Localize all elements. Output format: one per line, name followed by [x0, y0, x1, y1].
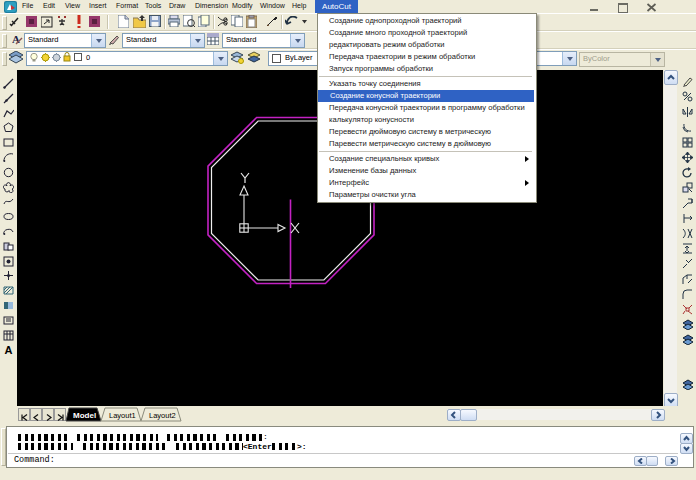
svg-text:A: A	[5, 344, 13, 355]
svg-text:Model: Model	[73, 411, 96, 420]
svg-text:Layout1: Layout1	[109, 411, 136, 420]
svg-text:Layout2: Layout2	[149, 411, 176, 420]
